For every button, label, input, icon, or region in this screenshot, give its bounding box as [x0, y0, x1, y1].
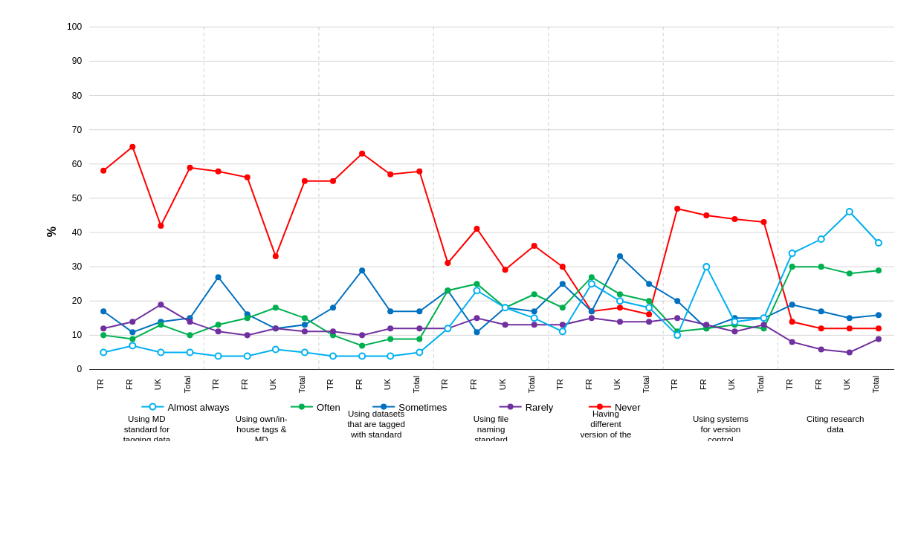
dot-sometimes [416, 308, 422, 314]
dot-never [474, 226, 479, 232]
dot-almost-always [445, 325, 450, 331]
dot-rarely [330, 328, 336, 334]
dot-almost-always [187, 349, 193, 355]
dot-almost-always [703, 264, 709, 270]
x-label: FR [584, 379, 593, 390]
dot-sometimes [646, 281, 652, 287]
cat-label-6: Citing research [807, 414, 864, 423]
chart-area: % 100 90 80 70 60 50 40 [45, 15, 909, 441]
dot-rarely [847, 349, 853, 355]
dot-often [560, 305, 566, 310]
dot-sometimes [387, 308, 393, 314]
dot-almost-always [589, 281, 595, 287]
dot-sometimes [617, 253, 623, 259]
x-label: UK [727, 378, 736, 390]
dot-rarely [674, 315, 680, 321]
dot-often [646, 298, 652, 304]
cat-label-1c: MD [255, 435, 268, 441]
dot-almost-always [847, 209, 853, 215]
dot-rarely [703, 322, 709, 328]
legend-dot-often [299, 404, 305, 410]
dot-rarely [731, 328, 737, 334]
dot-often [100, 332, 106, 338]
dot-rarely [187, 319, 193, 325]
y-tick-60: 60 [72, 159, 83, 169]
dot-sometimes [818, 308, 824, 314]
dot-often [532, 291, 537, 297]
x-label: Total [297, 376, 306, 393]
line-almost-always [103, 212, 879, 356]
dot-rarely [100, 325, 106, 331]
dot-often [187, 332, 193, 338]
legend-label-often: Often [317, 402, 340, 413]
dot-sometimes [532, 308, 537, 314]
dot-rarely [359, 332, 365, 338]
y-tick-80: 80 [72, 91, 83, 101]
cat-label-1b: house tags & [236, 425, 287, 434]
dot-almost-always [560, 328, 566, 334]
dot-rarely [387, 325, 393, 331]
dot-rarely [302, 328, 308, 334]
x-label: UK [613, 378, 621, 390]
dot-never [847, 325, 853, 331]
dot-sometimes [674, 298, 680, 304]
cat-label-2b: that are tagged [347, 420, 404, 429]
x-label: FR [355, 379, 364, 390]
dot-almost-always [330, 353, 336, 359]
dot-never [387, 172, 393, 178]
dot-almost-always [532, 315, 537, 321]
legend-label-rarely: Rarely [526, 402, 554, 413]
cat-label-0b: standard for [124, 425, 170, 434]
dot-never [789, 319, 795, 325]
dot-rarely [646, 319, 652, 325]
dot-never [731, 216, 737, 222]
dot-often [847, 270, 853, 276]
dot-never [330, 178, 336, 184]
dot-sometimes [789, 302, 795, 307]
dot-sometimes [474, 329, 479, 335]
dot-almost-always [474, 287, 479, 293]
dot-never [532, 243, 537, 249]
y-tick-30: 30 [72, 261, 83, 272]
x-label: Total [642, 376, 650, 393]
dot-almost-always [158, 349, 164, 355]
legend-dot-rarely [508, 404, 514, 410]
dot-never [818, 325, 824, 331]
dot-often [129, 336, 135, 342]
y-tick-20: 20 [72, 296, 83, 306]
cat-label-3b: naming [477, 425, 505, 434]
cat-label-0c: tagging data [123, 435, 171, 441]
cat-label-0: Using MD [128, 414, 166, 423]
y-tick-10: 10 [72, 330, 83, 340]
x-label: TR [785, 379, 794, 390]
cat-label-4c: version of the [580, 430, 631, 439]
dot-almost-always [387, 353, 393, 359]
dot-almost-always [674, 332, 680, 338]
dot-never [760, 219, 766, 225]
x-label: Total [527, 376, 536, 393]
x-label: TR [440, 379, 449, 390]
dot-rarely [474, 315, 479, 321]
dot-never [273, 253, 279, 259]
x-label: Total [412, 376, 421, 393]
dot-never [674, 206, 680, 212]
dot-often [416, 336, 422, 342]
dot-often [876, 267, 882, 273]
dot-rarely [129, 319, 135, 325]
dot-never [703, 212, 709, 218]
dot-almost-always [416, 349, 422, 355]
dot-sometimes [216, 274, 222, 280]
dot-often [474, 281, 479, 287]
cat-label-5: Using systems [693, 414, 749, 423]
dot-almost-always [129, 342, 135, 348]
dot-rarely [158, 302, 164, 307]
cat-label-5b: for version [700, 425, 740, 434]
dot-rarely [216, 328, 222, 334]
dot-almost-always [646, 305, 652, 310]
x-label: FR [470, 379, 479, 390]
dot-almost-always [731, 319, 737, 325]
dot-never [445, 260, 450, 266]
dot-often [387, 336, 393, 342]
y-tick-70: 70 [72, 125, 83, 135]
dot-rarely [789, 339, 795, 345]
